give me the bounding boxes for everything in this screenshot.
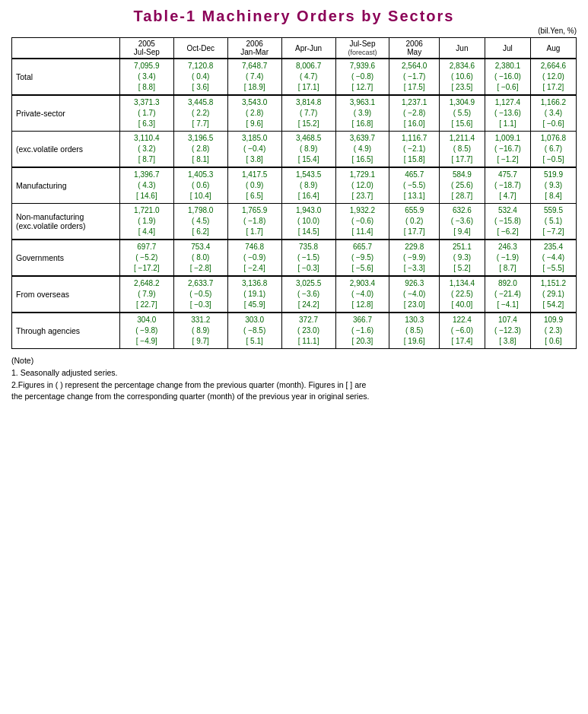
row-label-7: Through agencies: [12, 313, 120, 349]
cell-3-5: 465.7( −5.5)[ 13.1]: [389, 167, 439, 204]
cell-0-2: 7,648.7( 7.4)[ 18.9]: [227, 59, 281, 95]
header-empty: [12, 38, 120, 59]
cell-7-1: 331.2( 8.9)[ 9.7]: [173, 313, 227, 349]
cell-2-3: 3,468.5( 8.9)[ 15.4]: [281, 132, 335, 168]
notes-section: (Note) 1. Seasonally adjusted series.2.F…: [11, 355, 577, 403]
cell-4-4: 1,932.2( −0.6)[ 11.4]: [335, 204, 389, 240]
cell-0-4: 7,939.6( −0.8)[ 12.7]: [335, 59, 389, 95]
cell-6-4: 2,903.4( −4.0)[ 12.8]: [335, 276, 389, 313]
cell-0-7: 2,380.1( −16.0)[ −0.6]: [485, 59, 530, 95]
cell-5-6: 251.1( 9.3)[ 5.2]: [439, 240, 485, 276]
header-jul-sep: Jul-Sep(forecast): [335, 38, 389, 59]
cell-6-3: 3,025.5( −3.6)[ 24.2]: [281, 276, 335, 313]
cell-6-0: 2,648.2( 7.9)[ 22.7]: [119, 276, 173, 313]
header-oct-dec: Oct-Dec: [173, 38, 227, 59]
cell-3-0: 1,396.7( 4.3)[ 14.6]: [119, 167, 173, 204]
cell-7-5: 130.3( 8.5)[ 19.6]: [389, 313, 439, 349]
cell-2-8: 1,076.8( 6.7)[ −0.5]: [530, 132, 576, 168]
cell-2-5: 1,116.7( −2.1)[ 15.8]: [389, 132, 439, 168]
note-line: 1. Seasonally adjusted series.: [11, 367, 577, 379]
cell-4-6: 632.6( −3.6)[ 9.4]: [439, 204, 485, 240]
cell-4-3: 1,943.0( 10.0)[ 14.5]: [281, 204, 335, 240]
header-2005-jul-sep: 2005Jul-Sep: [119, 38, 173, 59]
cell-3-6: 584.9( 25.6)[ 28.7]: [439, 167, 485, 204]
unit-note: (bil.Yen, %): [11, 27, 577, 35]
cell-5-7: 246.3( −1.9)[ 8.7]: [485, 240, 530, 276]
cell-7-3: 372.7( 23.0)[ 11.1]: [281, 313, 335, 349]
cell-1-0: 3,371.3( 1.7)[ 6.3]: [119, 95, 173, 132]
cell-3-8: 519.9( 9.3)[ 8.4]: [530, 167, 576, 204]
header-2006-jan-mar: 2006Jan-Mar: [227, 38, 281, 59]
cell-5-1: 753.4( 8.0)[ −2.8]: [173, 240, 227, 276]
row-label-3: Manufacturing: [12, 167, 120, 204]
cell-2-2: 3,185.0( −0.4)[ 3.8]: [227, 132, 281, 168]
cell-4-2: 1,765.9( −1.8)[ 1.7]: [227, 204, 281, 240]
cell-7-6: 122.4( −6.0)[ 17.4]: [439, 313, 485, 349]
cell-2-6: 1,211.4( 8.5)[ 17.7]: [439, 132, 485, 168]
page-title: Table-1 Machinery Orders by Sectors: [11, 8, 577, 25]
cell-3-3: 1,543.5( 8.9)[ 16.4]: [281, 167, 335, 204]
cell-2-1: 3,196.5( 2.8)[ 8.1]: [173, 132, 227, 168]
cell-2-0: 3,110.4( 3.2)[ 8.7]: [119, 132, 173, 168]
cell-7-2: 303.0( −8.5)[ 5.1]: [227, 313, 281, 349]
cell-7-7: 107.4( −12.3)[ 3.8]: [485, 313, 530, 349]
cell-0-3: 8,006.7( 4.7)[ 17.1]: [281, 59, 335, 95]
row-label-0: Total: [12, 59, 120, 95]
cell-5-8: 235.4( −4.4)[ −5.5]: [530, 240, 576, 276]
header-apr-jun: Apr-Jun: [281, 38, 335, 59]
row-label-5: Governments: [12, 240, 120, 276]
header-2006-may: 2006May: [389, 38, 439, 59]
cell-5-4: 665.7( −9.5)[ −5.6]: [335, 240, 389, 276]
note-header: (Note): [11, 355, 577, 367]
cell-0-6: 2,834.6( 10.6)[ 23.5]: [439, 59, 485, 95]
main-table: 2005Jul-Sep Oct-Dec 2006Jan-Mar Apr-Jun …: [11, 37, 577, 349]
cell-1-8: 1,166.2( 3.4)[ −0.6]: [530, 95, 576, 132]
cell-1-7: 1,127.4( −13.6)[ 1.1]: [485, 95, 530, 132]
cell-0-8: 2,664.6( 12.0)[ 17.2]: [530, 59, 576, 95]
cell-1-3: 3,814.8( 7.7)[ 15.2]: [281, 95, 335, 132]
header-jun: Jun: [439, 38, 485, 59]
cell-3-1: 1,405.3( 0.6)[ 10.4]: [173, 167, 227, 204]
cell-3-2: 1,417.5( 0.9)[ 6.5]: [227, 167, 281, 204]
row-label-1: Private-sector: [12, 95, 120, 132]
cell-4-5: 655.9( 0.2)[ 17.7]: [389, 204, 439, 240]
cell-3-7: 475.7( −18.7)[ 4.7]: [485, 167, 530, 204]
cell-2-7: 1,009.1( −16.7)[ −1.2]: [485, 132, 530, 168]
cell-7-0: 304.0( −9.8)[ −4.9]: [119, 313, 173, 349]
cell-4-0: 1,721.0( 1.9)[ 4.4]: [119, 204, 173, 240]
header-jul: Jul: [485, 38, 530, 59]
cell-1-4: 3,963.1( 3.9)[ 16.8]: [335, 95, 389, 132]
note-line: 2.Figures in ( ) represent the percentag…: [11, 379, 577, 392]
cell-5-3: 735.8( −1.5)[ −0.3]: [281, 240, 335, 276]
cell-4-7: 532.4( −15.8)[ −6.2]: [485, 204, 530, 240]
cell-7-4: 366.7( −1.6)[ 20.3]: [335, 313, 389, 349]
cell-0-0: 7,095.9( 3.4)[ 8.8]: [119, 59, 173, 95]
cell-6-5: 926.3( −4.0)[ 23.0]: [389, 276, 439, 313]
cell-2-4: 3,639.7( 4.9)[ 16.5]: [335, 132, 389, 168]
cell-3-4: 1,729.1( 12.0)[ 23.7]: [335, 167, 389, 204]
cell-6-1: 2,633.7( −0.5)[ −0.3]: [173, 276, 227, 313]
row-label-2: (exc.volatile orders: [12, 132, 120, 168]
cell-6-7: 892.0( −21.4)[ −4.1]: [485, 276, 530, 313]
cell-4-8: 559.5( 5.1)[ −7.2]: [530, 204, 576, 240]
row-label-6: From overseas: [12, 276, 120, 313]
cell-1-5: 1,237.1( −2.8)[ 16.0]: [389, 95, 439, 132]
cell-0-1: 7,120.8( 0.4)[ 3.6]: [173, 59, 227, 95]
header-aug: Aug: [530, 38, 576, 59]
cell-1-6: 1,304.9( 5.5)[ 15.6]: [439, 95, 485, 132]
cell-1-2: 3,543.0( 2.8)[ 9.6]: [227, 95, 281, 132]
note-line: the percentage change from the correspon…: [11, 391, 577, 403]
cell-6-6: 1,134.4( 22.5)[ 40.0]: [439, 276, 485, 313]
cell-5-0: 697.7( −5.2)[ −17.2]: [119, 240, 173, 276]
row-label-4: Non-manufacturing(exc.volatile orders): [12, 204, 120, 240]
cell-6-2: 3,136.8( 19.1)[ 45.9]: [227, 276, 281, 313]
cell-4-1: 1,798.0( 4.5)[ 6.2]: [173, 204, 227, 240]
cell-1-1: 3,445.8( 2.2)[ 7.7]: [173, 95, 227, 132]
cell-6-8: 1,151.2( 29.1)[ 54.2]: [530, 276, 576, 313]
cell-0-5: 2,564.0( −1.7)[ 17.5]: [389, 59, 439, 95]
cell-7-8: 109.9( 2.3)[ 0.6]: [530, 313, 576, 349]
cell-5-5: 229.8( −9.9)[ −3.3]: [389, 240, 439, 276]
cell-5-2: 746.8( −0.9)[ −2.4]: [227, 240, 281, 276]
